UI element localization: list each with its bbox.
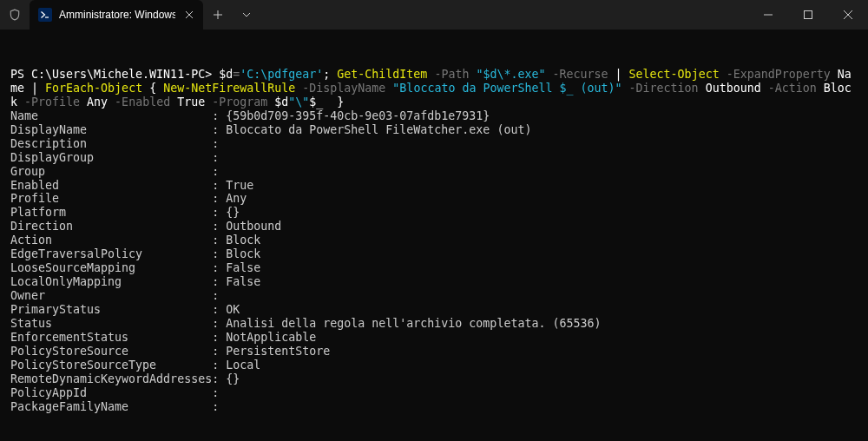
titlebar: Amministratore: Windows PowerShell (0, 0, 868, 30)
window-close-button[interactable] (828, 0, 868, 30)
output-row: LooseSourceMapping : False (10, 261, 858, 275)
terminal-output[interactable]: PS C:\Users\Michele.WIN11-PC> $d='C:\pdf… (0, 30, 868, 441)
powershell-icon (38, 8, 52, 22)
new-tab-button[interactable] (203, 0, 233, 30)
output-row: PolicyAppId : (10, 386, 858, 400)
output-row: EdgeTraversalPolicy : Block (10, 247, 858, 261)
output-row: Profile : Any (10, 192, 858, 206)
output-row: DisplayGroup : (10, 151, 858, 165)
output-row: RemoteDynamicKeywordAddresses: {} (10, 372, 858, 386)
output-row: PackageFamilyName : (10, 400, 858, 414)
output-row: PolicyStoreSourceType : Local (10, 359, 858, 372)
minimize-button[interactable] (748, 0, 788, 30)
maximize-button[interactable] (788, 0, 828, 30)
output-row: PolicyStoreSource : PersistentStore (10, 345, 858, 359)
command-line: PS C:\Users\Michele.WIN11-PC> $d='C:\pdf… (10, 68, 858, 109)
output-row: Status : Analisi della regola nell'archi… (10, 317, 858, 331)
output-row: Name : {59b0d709-395f-40cb-9e03-07afdb1e… (10, 109, 858, 123)
output-row: PrimaryStatus : OK (10, 303, 858, 317)
active-tab[interactable]: Amministratore: Windows PowerShell (30, 0, 203, 30)
window-controls (748, 0, 868, 30)
output-row: Group : (10, 165, 858, 179)
titlebar-drag-region[interactable] (260, 0, 748, 30)
tab-title: Amministratore: Windows PowerShell (59, 9, 175, 21)
tab-close-button[interactable] (182, 8, 196, 22)
svg-rect-6 (805, 11, 812, 19)
output-row: DisplayName : Bloccato da PowerShell Fil… (10, 123, 858, 137)
output-row: Owner : (10, 289, 858, 303)
output-block-1: Name : {59b0d709-395f-40cb-9e03-07afdb1e… (10, 109, 858, 414)
output-row: Description : (10, 137, 858, 151)
output-row: LocalOnlyMapping : False (10, 275, 858, 289)
output-row: EnforcementStatus : NotApplicable (10, 331, 858, 345)
output-row: Platform : {} (10, 206, 858, 220)
output-row: Enabled : True (10, 179, 858, 193)
tab-dropdown-button[interactable] (233, 0, 260, 30)
output-row: Direction : Outbound (10, 220, 858, 234)
output-row: Action : Block (10, 234, 858, 247)
shield-icon (0, 0, 30, 30)
